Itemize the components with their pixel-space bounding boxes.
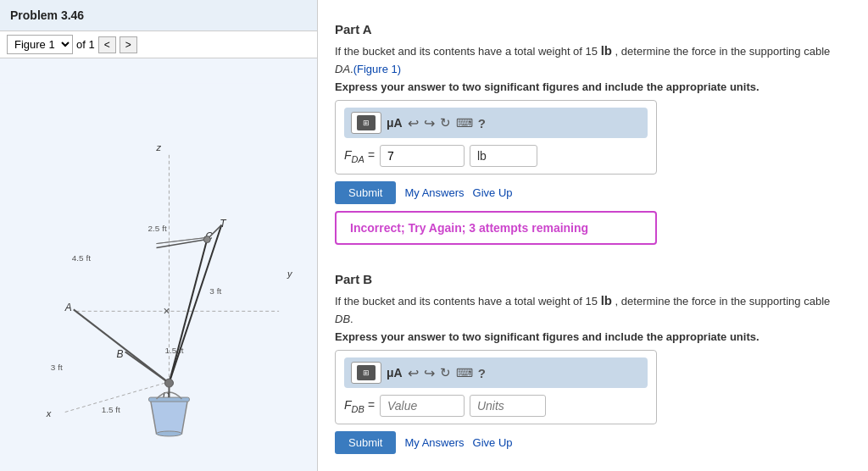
figure-svg: z y x 2.5 ft 4.5 ft 3 ft 1.5 ft 3 ft 1.5… <box>0 58 317 471</box>
part-a-header: Part A <box>335 14 851 36</box>
part-c-section: Part C If the bucket and its contents ha… <box>335 464 851 471</box>
svg-text:z: z <box>156 142 162 152</box>
svg-text:1.5 ft: 1.5 ft <box>102 405 120 414</box>
part-b-toolbar-mu-btn[interactable]: μA <box>387 366 403 380</box>
part-a-submit-btn[interactable]: Submit <box>335 181 396 204</box>
part-b-desc-middle: , determine the force in the supporting … <box>612 295 830 308</box>
part-b-desc-prefix: If the bucket and its contents have a to… <box>335 295 601 308</box>
part-a-answer-row: FDA = <box>344 145 648 167</box>
toolbar-help-btn[interactable]: ? <box>478 116 486 130</box>
part-b-toolbar-help-btn[interactable]: ? <box>478 366 486 380</box>
part-b-weight-unit: lb <box>601 293 612 308</box>
part-a-value-input[interactable] <box>380 145 465 167</box>
part-b-btn-row: Submit My Answers Give Up <box>335 431 851 454</box>
left-panel: Problem 3.46 Figure 1 of 1 < > z y x 2.5… <box>0 0 318 471</box>
part-a-instruction: Express your answer to two significant f… <box>335 80 851 93</box>
part-a-input-box: ⊞ μA ↩ ↪ ↻ ⌨ ? FDA = <box>335 100 657 175</box>
part-a-weight-unit: lb <box>601 43 612 58</box>
part-b-answer-row: FDB = <box>344 395 648 417</box>
svg-text:2.5 ft: 2.5 ft <box>148 224 167 233</box>
figure-controls: Figure 1 of 1 < > <box>0 30 317 58</box>
toolbar-keyboard-btn[interactable]: ⌨ <box>456 116 473 130</box>
svg-point-24 <box>164 379 173 387</box>
part-b-toolbar-format-btn[interactable]: ⊞ <box>351 362 381 384</box>
part-a-desc-prefix: If the bucket and its contents have a to… <box>335 45 601 58</box>
svg-text:×: × <box>163 304 170 318</box>
toolbar-format-btn[interactable]: ⊞ <box>351 112 381 134</box>
toolbar-undo-btn[interactable]: ↩ <box>408 115 419 131</box>
svg-point-28 <box>157 431 182 436</box>
part-b-toolbar-keyboard-btn[interactable]: ⌨ <box>456 366 473 380</box>
svg-point-25 <box>203 236 210 243</box>
part-b-instruction: Express your answer to two significant f… <box>335 330 851 343</box>
format-icon: ⊞ <box>357 115 376 130</box>
figure-select[interactable]: Figure 1 <box>7 35 73 54</box>
part-a-give-up-link[interactable]: Give Up <box>473 186 513 199</box>
part-b-toolbar: ⊞ μA ↩ ↪ ↻ ⌨ ? <box>344 357 648 388</box>
part-b-description: If the bucket and its contents have a to… <box>335 291 851 327</box>
figure-canvas: z y x 2.5 ft 4.5 ft 3 ft 1.5 ft 3 ft 1.5… <box>0 58 317 471</box>
svg-text:3 ft: 3 ft <box>209 286 221 296</box>
part-b-submit-btn[interactable]: Submit <box>335 431 396 454</box>
figure-link[interactable]: (Figure 1) <box>353 63 401 75</box>
svg-text:3 ft: 3 ft <box>51 363 63 372</box>
part-b-cable: DB <box>335 313 350 325</box>
svg-text:A: A <box>64 302 72 313</box>
part-b-give-up-link[interactable]: Give Up <box>473 436 513 449</box>
part-b-header: Part B <box>335 263 851 286</box>
toolbar-reset-btn[interactable]: ↻ <box>440 115 451 130</box>
svg-marker-26 <box>151 400 188 434</box>
svg-text:B: B <box>117 348 124 360</box>
part-a-desc-middle: , determine the force in the supporting … <box>612 45 830 58</box>
toolbar-mu-btn[interactable]: μA <box>387 116 403 130</box>
incorrect-banner: Incorrect; Try Again; 3 attempts remaini… <box>335 211 657 245</box>
part-a-unit-input[interactable] <box>470 145 537 167</box>
part-b-section: Part B If the bucket and its contents ha… <box>335 263 851 454</box>
part-b-input-box: ⊞ μA ↩ ↪ ↻ ⌨ ? FDB = <box>335 350 657 424</box>
part-a-toolbar: ⊞ μA ↩ ↪ ↻ ⌨ ? <box>344 108 648 138</box>
part-b-toolbar-undo-btn[interactable]: ↩ <box>408 365 419 381</box>
part-c-header: Part C <box>335 464 851 471</box>
part-a-cable: DA <box>335 63 350 75</box>
svg-rect-27 <box>149 397 190 402</box>
part-a-btn-row: Submit My Answers Give Up <box>335 181 851 204</box>
figure-next-btn[interactable]: > <box>120 36 137 53</box>
part-a-description: If the bucket and its contents have a to… <box>335 42 851 77</box>
part-b-my-answers-link[interactable]: My Answers <box>404 436 464 449</box>
part-b-value-input[interactable] <box>380 395 465 417</box>
part-b-format-icon: ⊞ <box>357 365 376 380</box>
part-a-my-answers-link[interactable]: My Answers <box>404 186 464 199</box>
toolbar-redo-btn[interactable]: ↪ <box>424 115 435 131</box>
svg-text:x: x <box>46 408 52 418</box>
svg-text:4.5 ft: 4.5 ft <box>72 253 91 263</box>
of-label: of 1 <box>76 38 95 51</box>
part-b-var-label: FDB = <box>344 398 375 414</box>
part-b-toolbar-reset-btn[interactable]: ↻ <box>440 365 451 380</box>
part-b-toolbar-redo-btn[interactable]: ↪ <box>424 365 435 381</box>
part-a-var-label: FDA = <box>344 148 375 164</box>
problem-title: Problem 3.46 <box>0 0 317 30</box>
figure-prev-btn[interactable]: < <box>98 36 116 53</box>
svg-rect-0 <box>0 83 317 446</box>
right-panel: Part A If the bucket and its contents ha… <box>318 0 868 471</box>
part-a-section: Part A If the bucket and its contents ha… <box>335 0 851 253</box>
part-b-unit-input[interactable] <box>470 395 546 417</box>
